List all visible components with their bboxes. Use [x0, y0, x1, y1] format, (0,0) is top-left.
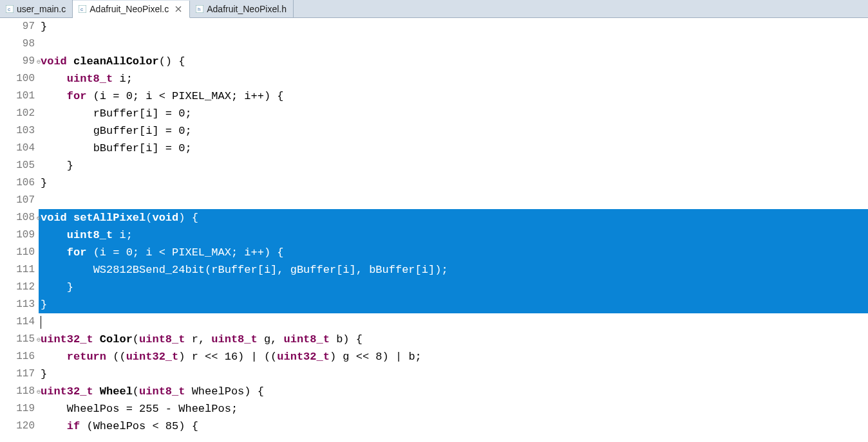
tab-label: user_main.c: [17, 4, 66, 14]
code-line[interactable]: [39, 313, 868, 331]
line-number: 108⊖: [0, 209, 39, 226]
code-line[interactable]: for (i = 0; i < PIXEL_MAX; i++) {: [39, 244, 868, 261]
line-number: 116: [0, 348, 39, 365]
fold-toggle-icon[interactable]: ⊖: [37, 53, 41, 70]
line-number: 112: [0, 279, 39, 296]
line-number: 118⊖: [0, 383, 39, 400]
code-line[interactable]: return ((uint32_t) r << 16) | ((uint32_t…: [39, 348, 868, 365]
code-line[interactable]: void setAllPixel(void) {: [39, 209, 868, 226]
text-cursor: [41, 316, 41, 329]
line-number: 98: [0, 35, 39, 53]
fold-toggle-icon[interactable]: ⊖: [37, 331, 41, 348]
tab-user-main[interactable]: c user_main.c: [0, 0, 73, 17]
c-file-icon: c: [5, 5, 14, 14]
code-line[interactable]: }: [39, 18, 868, 35]
code-line[interactable]: [39, 192, 868, 209]
code-line[interactable]: gBuffer[i] = 0;: [39, 122, 868, 140]
tab-adafruit-neopixel-h[interactable]: h Adafruit_NeoPixel.h: [190, 0, 294, 17]
line-number: 109: [0, 226, 39, 244]
line-number: 115⊖: [0, 331, 39, 348]
code-line[interactable]: bBuffer[i] = 0;: [39, 140, 868, 157]
h-file-icon: h: [195, 5, 204, 14]
code-line[interactable]: WheelPos = 255 - WheelPos;: [39, 400, 868, 418]
code-line[interactable]: }: [39, 157, 868, 174]
line-number: 99⊖: [0, 53, 39, 70]
line-number: 105: [0, 157, 39, 174]
line-number: 102: [0, 105, 39, 122]
line-number: 117: [0, 365, 39, 383]
line-number: 107: [0, 192, 39, 209]
code-line[interactable]: }: [39, 174, 868, 192]
line-number: 103: [0, 122, 39, 140]
tab-adafruit-neopixel-c[interactable]: c Adafruit_NeoPixel.c: [73, 1, 190, 18]
code-line[interactable]: }: [39, 365, 868, 383]
tab-label: Adafruit_NeoPixel.h: [207, 4, 287, 14]
line-number: 97: [0, 18, 39, 35]
code-line[interactable]: WS2812BSend_24bit(rBuffer[i], gBuffer[i]…: [39, 261, 868, 279]
code-line[interactable]: }: [39, 296, 868, 313]
svg-text:h: h: [198, 6, 200, 12]
svg-text:c: c: [80, 6, 83, 12]
code-line[interactable]: uint8_t i;: [39, 70, 868, 87]
c-file-icon: c: [78, 5, 87, 14]
code-line[interactable]: }: [39, 279, 868, 296]
line-number: 104: [0, 140, 39, 157]
code-area[interactable]: }void cleanAllColor() { uint8_t i; for (…: [39, 18, 868, 442]
line-number-gutter: 979899⊖100101102103104105106107108⊖10911…: [0, 18, 39, 442]
line-number: 101: [0, 87, 39, 105]
line-number: 110: [0, 244, 39, 261]
line-number: 114: [0, 313, 39, 331]
code-line[interactable]: uint32_t Wheel(uint8_t WheelPos) {: [39, 383, 868, 400]
tab-bar: c user_main.c c Adafruit_NeoPixel.c h Ad…: [0, 0, 868, 18]
line-number: 106: [0, 174, 39, 192]
tab-label: Adafruit_NeoPixel.c: [90, 4, 169, 14]
code-line[interactable]: uint32_t Color(uint8_t r, uint8_t g, uin…: [39, 331, 868, 348]
line-number: 120: [0, 418, 39, 435]
code-line[interactable]: uint8_t i;: [39, 226, 868, 244]
line-number: 111: [0, 261, 39, 279]
fold-toggle-icon[interactable]: ⊖: [37, 383, 41, 400]
fold-toggle-icon[interactable]: ⊖: [37, 209, 41, 226]
code-line[interactable]: void cleanAllColor() {: [39, 53, 868, 70]
line-number: 113: [0, 296, 39, 313]
code-line[interactable]: [39, 35, 868, 53]
code-line[interactable]: if (WheelPos < 85) {: [39, 418, 868, 435]
code-line[interactable]: for (i = 0; i < PIXEL_MAX; i++) {: [39, 87, 868, 105]
line-number: 100: [0, 70, 39, 87]
svg-text:c: c: [8, 6, 10, 12]
close-icon[interactable]: [174, 5, 183, 14]
code-editor[interactable]: 979899⊖100101102103104105106107108⊖10911…: [0, 18, 868, 442]
line-number: 119: [0, 400, 39, 418]
code-line[interactable]: rBuffer[i] = 0;: [39, 105, 868, 122]
